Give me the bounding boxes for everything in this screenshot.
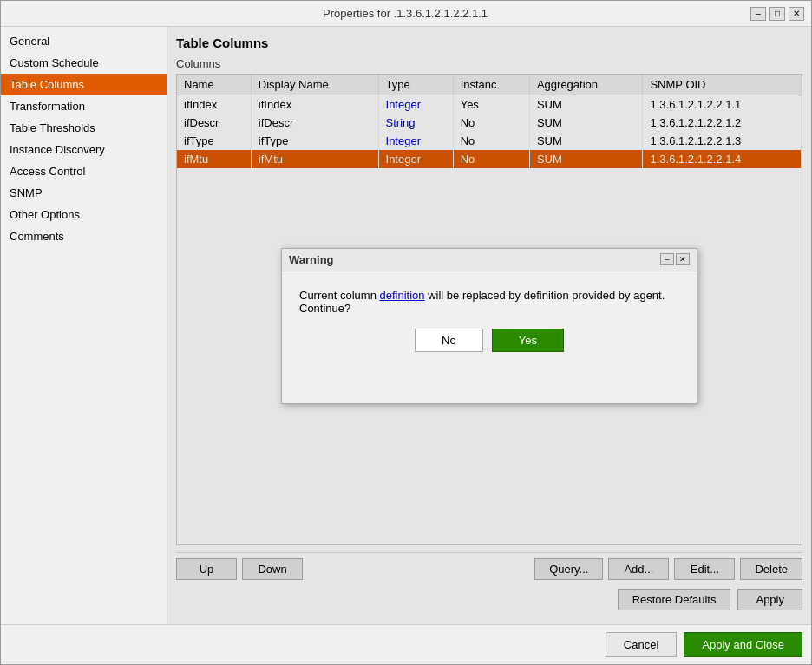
content-area: General Custom Schedule Table Columns Tr…	[1, 27, 811, 624]
dialog-message-part1: Current column	[299, 289, 379, 302]
minimize-button[interactable]: –	[750, 7, 766, 21]
sidebar-item-comments[interactable]: Comments	[1, 225, 167, 247]
dialog-message-highlight: definition	[379, 289, 424, 302]
main-panel: Table Columns Columns Name Display Name …	[167, 27, 811, 624]
dialog-overlay: Warning – ✕ Current column definition wi…	[167, 27, 811, 624]
sidebar-item-instance-discovery[interactable]: Instance Discovery	[1, 139, 167, 160]
sidebar-item-snmp[interactable]: SNMP	[1, 182, 167, 204]
dialog-no-button[interactable]: No	[415, 329, 483, 352]
dialog-buttons: No Yes	[282, 329, 697, 369]
dialog-content: Current column definition will be replac…	[282, 271, 697, 329]
main-window: Properties for .1.3.6.1.2.1.2.2.1.1 – □ …	[0, 0, 812, 665]
sidebar-item-other-options[interactable]: Other Options	[1, 204, 167, 225]
sidebar-item-table-thresholds[interactable]: Table Thresholds	[1, 117, 167, 139]
dialog-close-button[interactable]: ✕	[676, 253, 690, 265]
sidebar: General Custom Schedule Table Columns Tr…	[1, 27, 167, 624]
sidebar-item-access-control[interactable]: Access Control	[1, 160, 167, 182]
sidebar-item-transformation[interactable]: Transformation	[1, 95, 167, 117]
dialog-yes-button[interactable]: Yes	[492, 329, 564, 352]
title-bar: Properties for .1.3.6.1.2.1.2.2.1.1 – □ …	[1, 1, 811, 27]
window-title: Properties for .1.3.6.1.2.1.2.2.1.1	[60, 7, 750, 20]
dialog-minimize-button[interactable]: –	[660, 253, 674, 265]
close-button[interactable]: ✕	[789, 7, 804, 21]
cancel-button[interactable]: Cancel	[606, 632, 677, 657]
maximize-button[interactable]: □	[769, 7, 785, 21]
footer-buttons: Cancel Apply and Close	[1, 624, 811, 664]
dialog-title: Warning	[289, 253, 334, 266]
sidebar-item-table-columns[interactable]: Table Columns	[1, 74, 167, 95]
sidebar-item-general[interactable]: General	[1, 30, 167, 52]
apply-and-close-button[interactable]: Apply and Close	[684, 632, 802, 657]
title-bar-controls: – □ ✕	[750, 7, 804, 21]
warning-dialog: Warning – ✕ Current column definition wi…	[281, 248, 697, 404]
dialog-title-bar: Warning – ✕	[282, 249, 697, 271]
sidebar-item-custom-schedule[interactable]: Custom Schedule	[1, 52, 167, 74]
dialog-controls: – ✕	[660, 253, 690, 265]
